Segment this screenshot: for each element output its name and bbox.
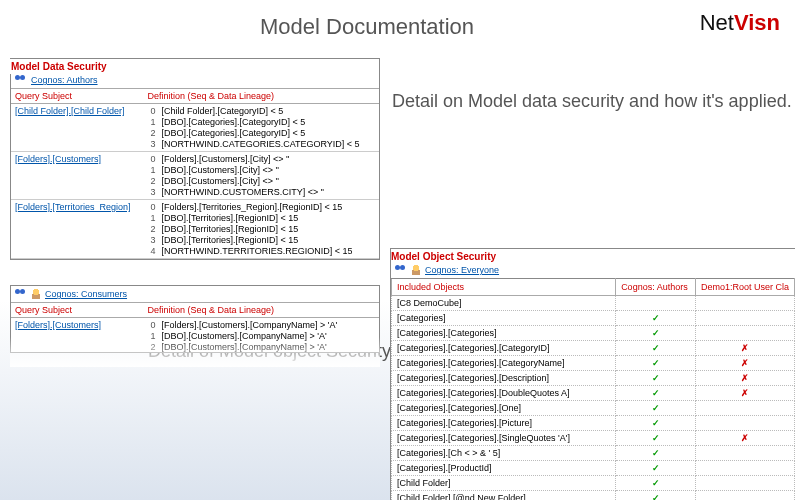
model-object-security-panel: Model Object Security Cognos: Everyone I… [390,248,795,500]
object-cell: [Categories].[Categories].[Description] [392,371,616,386]
section-heading: Model Object Security [390,249,795,264]
status-cell [695,326,794,341]
status-cell: ✗ [695,386,794,401]
table-row: [Categories].[Ch < > & ' 5]✓ [392,446,795,461]
col-root-user: Demo1:Root User Cla [695,279,794,296]
status-cell: ✗ [695,371,794,386]
definition-row: 3[NORTHWIND.CATEGORIES.CATEGORYID] < 5 [147,139,375,149]
user-link-consumers[interactable]: Cognos: Consumers [45,289,127,299]
status-cell: ✓ [616,311,696,326]
definition-row: 0[Folders].[Customers].[City] <> '' [147,154,375,164]
table-row: [Folders].[Territories_Region]0[Folders]… [11,200,379,259]
object-cell: [Categories].[Categories].[One] [392,401,616,416]
query-subject-link[interactable]: [Child Folder].[Child Folder] [15,106,139,116]
col-included-objects: Included Objects [392,279,616,296]
query-subject-link[interactable]: [Folders].[Customers] [15,154,139,164]
user-row: Cognos: Everyone [391,264,795,278]
query-subject-link[interactable]: [Folders].[Territories_Region] [15,202,139,212]
object-cell: [C8 DemoCube] [392,296,616,311]
definition-row: 3[NORTHWIND.CUSTOMERS.CITY] <> '' [147,187,375,197]
object-cell: [Categories].[Categories].[CategoryID] [392,341,616,356]
callout-data-security: Detail on Model data security and how it… [392,90,792,113]
user-link-everyone[interactable]: Cognos: Everyone [425,265,499,275]
status-cell [695,491,794,501]
status-cell: ✓ [616,341,696,356]
logo-part2: Visn [734,10,780,35]
data-security-table-2: Query Subject Definition (Seq & Data Lin… [11,302,379,353]
object-cell: [Categories].[Categories].[DoubleQuotes … [392,386,616,401]
table-row: [Categories].[ProductId]✓ [392,461,795,476]
table-row: [Folders].[Customers]0[Folders].[Custome… [11,318,379,354]
definition-row: 2[DBO].[Customers].[City] <> '' [147,176,375,186]
table-row: [Folders].[Customers]0[Folders].[Custome… [11,152,379,200]
definition-row: 0[Folders].[Territories_Region].[RegionI… [147,202,375,212]
user-row: Cognos: Consumers [11,286,379,302]
person-icon [411,265,421,275]
status-cell [616,296,696,311]
table-row: [Child Folder].[Child Folder]0[Child Fol… [11,104,379,152]
status-cell: ✓ [616,416,696,431]
definition-row: 0[Folders].[Customers].[CompanyName] > '… [147,320,375,330]
object-cell: [Categories].[Categories].[CategoryName] [392,356,616,371]
status-cell [695,446,794,461]
status-cell: ✓ [616,371,696,386]
status-cell: ✓ [616,476,696,491]
status-cell [695,461,794,476]
status-cell: ✗ [695,341,794,356]
definition-row: 1[DBO].[Categories].[CategoryID] < 5 [147,117,375,127]
object-cell: [Categories] [392,311,616,326]
status-cell [695,476,794,491]
logo: NetVisn [700,10,780,36]
col-query-subject: Query Subject [11,89,143,104]
page-title: Model Documentation [260,14,474,40]
status-cell: ✓ [616,431,696,446]
object-cell: [Categories].[Categories].[SingleQuotes … [392,431,616,446]
definition-row: 0[Child Folder].[CategoryID] < 5 [147,106,375,116]
definition-row: 3[DBO].[Territories].[RegionID] < 15 [147,235,375,245]
definition-row: 1[DBO].[Customers].[CompanyName] > 'A' [147,331,375,341]
status-cell [695,416,794,431]
query-subject-link[interactable]: [Folders].[Customers] [15,320,139,330]
section-heading: Model Data Security [9,59,379,74]
status-cell: ✓ [616,446,696,461]
status-cell [695,296,794,311]
col-definition: Definition (Seq & Data Lineage) [143,303,379,318]
table-row: [Categories].[Categories].[One]✓ [392,401,795,416]
object-cell: [Categories].[ProductId] [392,461,616,476]
definition-row: 1[DBO].[Customers].[City] <> '' [147,165,375,175]
status-cell: ✓ [616,491,696,501]
model-data-security-panel: Model Data Security Cognos: Authors Quer… [10,58,380,260]
status-cell: ✗ [695,356,794,371]
definition-row: 2[DBO].[Categories].[CategoryID] < 5 [147,128,375,138]
status-cell [695,311,794,326]
table-row: [Child Folder].[@nd New Folder]✓ [392,491,795,501]
status-cell: ✗ [695,431,794,446]
table-row: [Categories]✓ [392,311,795,326]
group-icon [15,289,27,299]
group-icon [15,75,27,85]
definition-row: 4[NORTHWIND.TERRITORIES.REGIONID] < 15 [147,246,375,256]
table-row: [Categories].[Categories].[CategoryID]✓✗ [392,341,795,356]
col-query-subject: Query Subject [11,303,143,318]
status-cell: ✓ [616,401,696,416]
status-cell: ✓ [616,356,696,371]
status-cell: ✓ [616,461,696,476]
col-definition: Definition (Seq & Data Lineage) [143,89,379,104]
definition-row: 2[DBO].[Territories].[RegionID] < 15 [147,224,375,234]
user-link-authors[interactable]: Cognos: Authors [31,75,98,85]
table-row: [Categories].[Categories].[CategoryName]… [392,356,795,371]
table-row: [Categories].[Categories].[SingleQuotes … [392,431,795,446]
col-authors: Cognos: Authors [616,279,696,296]
table-row: [Categories].[Categories].[Picture]✓ [392,416,795,431]
model-data-security-panel-2: Cognos: Consumers Query Subject Definiti… [10,285,380,353]
object-cell: [Categories].[Categories].[Picture] [392,416,616,431]
person-icon [31,289,41,299]
object-security-table: Included Objects Cognos: Authors Demo1:R… [391,278,795,500]
status-cell [695,401,794,416]
logo-part1: Net [700,10,734,35]
object-cell: [Child Folder] [392,476,616,491]
table-row: [Categories].[Categories].[DoubleQuotes … [392,386,795,401]
table-row: [C8 DemoCube] [392,296,795,311]
table-row: [Child Folder]✓ [392,476,795,491]
status-cell: ✓ [616,386,696,401]
